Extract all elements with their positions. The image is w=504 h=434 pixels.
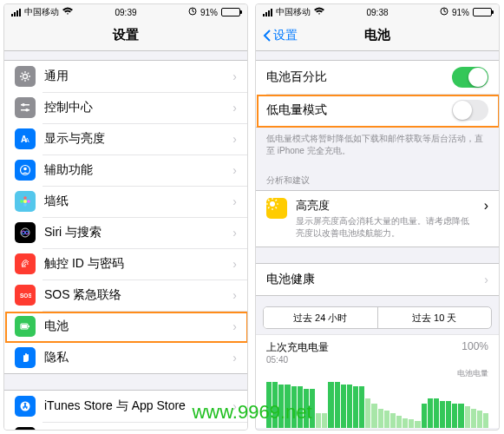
svg-point-5	[25, 108, 29, 112]
chevron-right-icon: ›	[232, 132, 237, 146]
low-power-mode-row[interactable]: 低电量模式	[256, 94, 499, 127]
touchid-icon	[15, 253, 36, 274]
wifi-icon	[62, 7, 73, 17]
svg-point-1	[23, 75, 28, 79]
chart-bar	[434, 398, 439, 428]
signal-bars-icon	[11, 9, 21, 16]
chart-bar	[452, 404, 457, 428]
page-title: 设置	[113, 27, 139, 43]
chart-bar	[365, 398, 370, 428]
svg-point-11	[23, 196, 27, 200]
row-label: 通用	[44, 69, 232, 84]
insights-header: 分析和建议	[256, 162, 499, 190]
settings-list[interactable]: 通用›控制中心›AA显示与亮度›辅助功能›墙纸›Siri 与搜索›触控 ID 与…	[4, 51, 247, 430]
svg-point-13	[20, 200, 23, 203]
settings-row-control-center[interactable]: 控制中心›	[4, 92, 247, 123]
chart-bar	[446, 401, 451, 428]
itunes-icon	[15, 396, 36, 417]
orientation-lock-icon	[440, 7, 448, 17]
chevron-right-icon: ›	[232, 319, 237, 333]
chart-bar	[422, 404, 427, 428]
row-label: 控制中心	[44, 100, 232, 115]
chevron-right-icon: ›	[232, 226, 237, 240]
chart-bar	[322, 413, 327, 428]
chevron-left-icon	[263, 30, 272, 42]
battery-content[interactable]: 电池百分比 低电量模式 低电量模式将暂时降低如下载和邮件获取等后台活动，直至 i…	[256, 51, 499, 430]
battery-percentage-row[interactable]: 电池百分比	[256, 61, 499, 94]
chart-bar	[465, 406, 470, 428]
battery-pct-label: 91%	[200, 8, 218, 17]
settings-row-sos[interactable]: SOSSOS 紧急联络›	[4, 279, 247, 311]
settings-row-touchid[interactable]: 触控 ID 与密码›	[4, 248, 247, 279]
chart-bar	[347, 385, 352, 428]
svg-line-32	[268, 207, 270, 209]
segment-10d[interactable]: 过去 10 天	[377, 307, 492, 328]
chart-bar	[403, 418, 408, 428]
statusbar: 中国移动 09:39 91%	[4, 4, 247, 20]
chart-bar	[353, 386, 358, 428]
toggle-group: 电池百分比 低电量模式	[256, 60, 499, 128]
svg-point-10	[23, 200, 27, 203]
low-power-mode-toggle[interactable]	[452, 100, 488, 121]
chart-bar	[359, 386, 364, 428]
last-charge-time: 05:40	[266, 355, 329, 365]
row-label: 辅助功能	[44, 162, 232, 178]
settings-row-battery[interactable]: 电池›	[4, 311, 247, 342]
settings-row-accessibility[interactable]: 辅助功能›	[4, 155, 247, 186]
chart-bar	[378, 409, 383, 428]
settings-row-display[interactable]: AA显示与亮度›	[4, 123, 247, 155]
settings-row-wallpaper[interactable]: 墙纸›	[4, 186, 247, 217]
chevron-right-icon: ›	[484, 273, 488, 286]
row-label: 电池健康	[266, 272, 484, 287]
control-center-icon	[15, 97, 36, 118]
battery-icon	[221, 8, 240, 16]
chart-bar	[458, 404, 463, 428]
chart-caption: 电池电量	[256, 365, 499, 379]
battery-pct-label: 91%	[452, 8, 469, 17]
page-title: 电池	[364, 27, 390, 43]
row-label: 显示与亮度	[44, 131, 232, 147]
siri-icon	[15, 222, 36, 243]
brightness-insight-row[interactable]: 高亮度 显示屏亮度高会消耗大量的电量。请考虑降低亮度以改善电池续航能力。 ›	[256, 191, 499, 247]
navbar: 设置 电池	[256, 20, 499, 51]
svg-point-14	[27, 200, 30, 203]
row-label: 电池百分比	[266, 69, 452, 85]
segment-24h[interactable]: 过去 24 小时	[264, 307, 377, 328]
row-label: 电池	[44, 319, 232, 334]
chart-bar	[384, 411, 389, 428]
row-label: Siri 与搜索	[44, 225, 232, 240]
chart-bar	[409, 419, 414, 428]
battery-icon	[15, 316, 36, 337]
settings-row-siri[interactable]: Siri 与搜索›	[4, 217, 247, 248]
svg-point-12	[23, 203, 27, 207]
display-icon: AA	[15, 128, 36, 149]
phone-battery: 中国移动 09:38 91% 设置 电池 电池百分比 低电量模式	[255, 3, 500, 431]
wifi-icon	[314, 7, 324, 17]
chart-bar	[471, 409, 476, 428]
svg-line-33	[276, 200, 278, 201]
svg-text:SOS: SOS	[20, 293, 31, 299]
chevron-right-icon: ›	[232, 163, 237, 177]
chevron-right-icon: ›	[484, 198, 488, 214]
chevron-right-icon: ›	[232, 194, 237, 208]
phone-settings: 中国移动 09:39 91% 设置 通用›控制中心›AA显示与亮度›辅助功能›墙…	[3, 3, 248, 431]
last-charge-section: 上次充电电量 05:40 100%	[256, 334, 499, 365]
svg-point-20	[21, 402, 30, 411]
svg-point-25	[270, 201, 275, 207]
battery-health-row[interactable]: 电池健康 ›	[256, 264, 499, 295]
back-label: 设置	[273, 28, 298, 43]
battery-percentage-toggle[interactable]	[452, 67, 488, 88]
wallet-icon	[15, 427, 36, 430]
time-range-segmented-control[interactable]: 过去 24 小时 过去 10 天	[263, 306, 492, 329]
sos-icon: SOS	[15, 285, 36, 306]
svg-line-30	[268, 200, 270, 201]
svg-line-31	[276, 207, 278, 209]
settings-row-general[interactable]: 通用›	[4, 61, 247, 92]
general-icon	[15, 66, 36, 87]
watermark-text: www.9969.net	[192, 401, 311, 424]
accessibility-icon	[15, 160, 36, 181]
privacy-icon	[15, 347, 36, 368]
back-button[interactable]: 设置	[263, 28, 298, 43]
settings-row-privacy[interactable]: 隐私›	[4, 342, 247, 373]
row-label: 隐私	[44, 350, 232, 365]
